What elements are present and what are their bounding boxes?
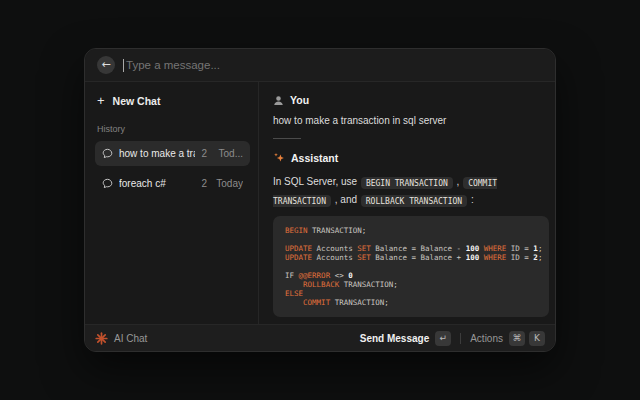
command-key-badge: ⌘ [509, 331, 525, 346]
assistant-message-header: Assistant [273, 152, 547, 164]
assistant-name: Assistant [291, 152, 338, 164]
back-button[interactable]: ← [97, 56, 115, 74]
k-key-badge: K [529, 331, 545, 346]
history-item-date: Today [213, 178, 243, 189]
user-name: You [290, 94, 309, 106]
app-logo-icon [95, 332, 108, 345]
code-line: ELSE [285, 289, 537, 298]
footer-bar: AI Chat Send Message ↵ Actions ⌘K [85, 324, 555, 351]
history-item[interactable]: foreach c# 2 Today [95, 171, 250, 196]
text-segment: , [454, 176, 462, 187]
code-block: BEGIN TRANSACTION; UPDATE Accounts SET B… [273, 216, 549, 317]
history-item-title: foreach c# [119, 178, 195, 189]
history-list: how to make a transa... 2 Tod... foreach… [95, 141, 250, 201]
person-icon [273, 95, 284, 106]
message-divider [273, 138, 301, 139]
return-key-badge: ↵ [435, 331, 451, 346]
code-line: IF @@ERROR <> 0 [285, 271, 537, 280]
assistant-intro: In SQL Server, use BEGIN TRANSACTION , C… [273, 173, 551, 209]
code-line: COMMIT TRANSACTION; [285, 298, 537, 307]
history-item[interactable]: how to make a transa... 2 Tod... [95, 141, 250, 166]
code-line [285, 262, 537, 271]
chat-panel: You how to make a transaction in sql ser… [259, 82, 555, 324]
user-message: how to make a transaction in sql server [273, 115, 547, 126]
text-segment: , and [332, 194, 360, 205]
text-segment: : [468, 194, 474, 205]
actions-button[interactable]: Actions [470, 333, 503, 344]
back-arrow-icon: ← [101, 56, 110, 74]
app-name: AI Chat [114, 333, 147, 344]
history-item-count: 2 [201, 178, 207, 189]
chat-bubble-icon [102, 148, 113, 159]
history-item-count: 2 [201, 148, 207, 159]
code-line: ROLLBACK TRANSACTION; [285, 280, 537, 289]
plus-icon: + [97, 96, 105, 106]
text-segment: In SQL Server, use [273, 176, 360, 187]
new-chat-button[interactable]: + New Chat [95, 92, 250, 110]
message-input[interactable]: Type a message... [126, 59, 220, 71]
sparkles-icon [273, 152, 285, 164]
ai-chat-window: ← Type a message... + New Chat History h… [84, 48, 556, 352]
code-line: UPDATE Accounts SET Balance = Balance + … [285, 253, 537, 262]
user-message-header: You [273, 94, 547, 106]
inline-code: BEGIN TRANSACTION [361, 177, 453, 189]
history-item-title: how to make a transa... [119, 148, 195, 159]
code-line [285, 235, 537, 244]
code-line: UPDATE Accounts SET Balance = Balance - … [285, 244, 537, 253]
footer-divider [460, 333, 461, 344]
sidebar: + New Chat History how to make a transa.… [85, 82, 259, 324]
code-line: BEGIN TRANSACTION; [285, 226, 537, 235]
inline-code: ROLLBACK TRANSACTION [361, 195, 467, 207]
history-item-date: Tod... [213, 148, 243, 159]
text-caret [123, 59, 124, 72]
chat-bubble-icon [102, 178, 113, 189]
history-section-label: History [97, 124, 250, 134]
message-input-bar: ← Type a message... [85, 49, 555, 82]
new-chat-label: New Chat [113, 95, 161, 107]
send-message-button[interactable]: Send Message [360, 333, 429, 344]
